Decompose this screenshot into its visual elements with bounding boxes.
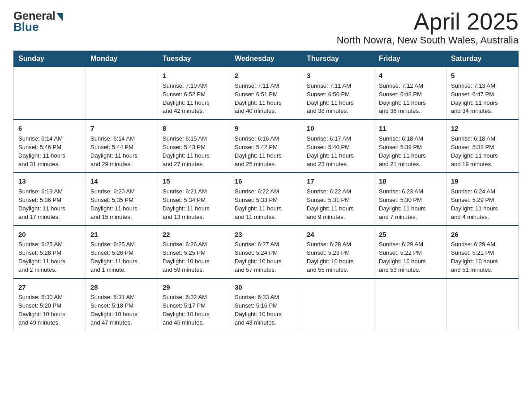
calendar-cell: 26Sunrise: 6:29 AMSunset: 5:21 PMDayligh… bbox=[446, 226, 519, 278]
day-info: Sunrise: 6:25 AMSunset: 5:26 PMDaylight:… bbox=[90, 240, 153, 274]
day-number: 9 bbox=[235, 124, 297, 133]
calendar-cell: 18Sunrise: 6:23 AMSunset: 5:30 PMDayligh… bbox=[374, 172, 446, 225]
header-saturday: Saturday bbox=[446, 51, 519, 67]
day-number: 2 bbox=[235, 71, 297, 81]
calendar-cell: 6Sunrise: 6:14 AMSunset: 5:46 PMDaylight… bbox=[14, 120, 86, 172]
header-thursday: Thursday bbox=[302, 51, 374, 67]
calendar-cell: 2Sunrise: 7:11 AMSunset: 6:51 PMDaylight… bbox=[230, 67, 302, 120]
day-info: Sunrise: 6:29 AMSunset: 5:21 PMDaylight:… bbox=[451, 240, 514, 274]
day-info: Sunrise: 7:13 AMSunset: 6:47 PMDaylight:… bbox=[451, 82, 514, 116]
calendar-cell: 25Sunrise: 6:29 AMSunset: 5:22 PMDayligh… bbox=[374, 226, 446, 278]
calendar-cell: 1Sunrise: 7:10 AMSunset: 6:52 PMDaylight… bbox=[158, 67, 230, 120]
day-number: 4 bbox=[379, 71, 442, 81]
day-number: 25 bbox=[379, 230, 442, 240]
day-info: Sunrise: 6:19 AMSunset: 5:36 PMDaylight:… bbox=[18, 188, 81, 221]
day-number: 26 bbox=[451, 230, 514, 240]
calendar-cell bbox=[446, 278, 519, 331]
day-number: 12 bbox=[451, 124, 514, 133]
day-info: Sunrise: 6:20 AMSunset: 5:35 PMDaylight:… bbox=[90, 188, 153, 221]
day-info: Sunrise: 7:11 AMSunset: 6:50 PMDaylight:… bbox=[307, 82, 369, 116]
calendar-cell: 21Sunrise: 6:25 AMSunset: 5:26 PMDayligh… bbox=[86, 226, 158, 278]
calendar-cell bbox=[86, 67, 158, 120]
day-number: 21 bbox=[90, 230, 153, 240]
calendar-cell: 3Sunrise: 7:11 AMSunset: 6:50 PMDaylight… bbox=[302, 67, 374, 120]
month-title: April 2025 bbox=[337, 9, 519, 34]
day-info: Sunrise: 7:10 AMSunset: 6:52 PMDaylight:… bbox=[163, 82, 225, 116]
day-info: Sunrise: 7:12 AMSunset: 6:48 PMDaylight:… bbox=[379, 82, 442, 116]
day-info: Sunrise: 6:21 AMSunset: 5:34 PMDaylight:… bbox=[163, 188, 225, 221]
logo: General Blue bbox=[13, 9, 63, 34]
day-number: 13 bbox=[18, 176, 81, 186]
day-number: 5 bbox=[451, 71, 514, 81]
header-tuesday: Tuesday bbox=[158, 51, 230, 67]
day-number: 29 bbox=[163, 283, 225, 292]
day-number: 15 bbox=[163, 176, 225, 186]
day-info: Sunrise: 6:17 AMSunset: 5:40 PMDaylight:… bbox=[307, 135, 369, 168]
day-number: 10 bbox=[307, 124, 369, 133]
calendar-cell: 19Sunrise: 6:24 AMSunset: 5:29 PMDayligh… bbox=[446, 172, 519, 225]
header-friday: Friday bbox=[374, 51, 446, 67]
calendar-cell: 14Sunrise: 6:20 AMSunset: 5:35 PMDayligh… bbox=[86, 172, 158, 225]
day-number: 6 bbox=[18, 124, 81, 133]
calendar-cell bbox=[302, 278, 374, 331]
day-info: Sunrise: 6:18 AMSunset: 5:38 PMDaylight:… bbox=[451, 135, 514, 168]
week-row-3: 13Sunrise: 6:19 AMSunset: 5:36 PMDayligh… bbox=[14, 172, 519, 225]
calendar-cell: 30Sunrise: 6:33 AMSunset: 5:16 PMDayligh… bbox=[230, 278, 302, 331]
day-number: 11 bbox=[379, 124, 442, 133]
location-title: North Nowra, New South Wales, Australia bbox=[337, 34, 519, 46]
week-row-2: 6Sunrise: 6:14 AMSunset: 5:46 PMDaylight… bbox=[14, 120, 519, 172]
week-row-5: 27Sunrise: 6:30 AMSunset: 5:20 PMDayligh… bbox=[14, 278, 519, 331]
day-info: Sunrise: 6:16 AMSunset: 5:42 PMDaylight:… bbox=[235, 135, 297, 168]
day-info: Sunrise: 6:22 AMSunset: 5:33 PMDaylight:… bbox=[235, 188, 297, 221]
day-number: 30 bbox=[235, 283, 297, 292]
header-wednesday: Wednesday bbox=[230, 51, 302, 67]
header-monday: Monday bbox=[86, 51, 158, 67]
calendar-header-row: Sunday Monday Tuesday Wednesday Thursday… bbox=[14, 51, 519, 67]
calendar-table: Sunday Monday Tuesday Wednesday Thursday… bbox=[13, 51, 519, 331]
calendar-cell: 9Sunrise: 6:16 AMSunset: 5:42 PMDaylight… bbox=[230, 120, 302, 172]
logo-blue-text: Blue bbox=[13, 20, 39, 34]
calendar-cell: 12Sunrise: 6:18 AMSunset: 5:38 PMDayligh… bbox=[446, 120, 519, 172]
day-number: 19 bbox=[451, 176, 514, 186]
calendar-cell: 5Sunrise: 7:13 AMSunset: 6:47 PMDaylight… bbox=[446, 67, 519, 120]
day-number: 22 bbox=[163, 230, 225, 240]
week-row-4: 20Sunrise: 6:25 AMSunset: 5:28 PMDayligh… bbox=[14, 226, 519, 278]
day-info: Sunrise: 6:26 AMSunset: 5:25 PMDaylight:… bbox=[163, 240, 225, 274]
calendar-cell: 15Sunrise: 6:21 AMSunset: 5:34 PMDayligh… bbox=[158, 172, 230, 225]
calendar-cell bbox=[14, 67, 86, 120]
day-info: Sunrise: 6:31 AMSunset: 5:18 PMDaylight:… bbox=[90, 293, 153, 327]
calendar-cell: 7Sunrise: 6:14 AMSunset: 5:44 PMDaylight… bbox=[86, 120, 158, 172]
calendar-cell: 28Sunrise: 6:31 AMSunset: 5:18 PMDayligh… bbox=[86, 278, 158, 331]
day-info: Sunrise: 6:29 AMSunset: 5:22 PMDaylight:… bbox=[379, 240, 442, 274]
calendar-cell: 24Sunrise: 6:28 AMSunset: 5:23 PMDayligh… bbox=[302, 226, 374, 278]
day-info: Sunrise: 6:32 AMSunset: 5:17 PMDaylight:… bbox=[163, 293, 225, 327]
calendar-cell: 10Sunrise: 6:17 AMSunset: 5:40 PMDayligh… bbox=[302, 120, 374, 172]
page-header: General Blue April 2025 North Nowra, New… bbox=[13, 9, 519, 46]
calendar-cell bbox=[374, 278, 446, 331]
week-row-1: 1Sunrise: 7:10 AMSunset: 6:52 PMDaylight… bbox=[14, 67, 519, 120]
day-number: 1 bbox=[163, 71, 225, 81]
day-info: Sunrise: 6:25 AMSunset: 5:28 PMDaylight:… bbox=[18, 240, 81, 274]
calendar-cell: 8Sunrise: 6:15 AMSunset: 5:43 PMDaylight… bbox=[158, 120, 230, 172]
day-info: Sunrise: 6:30 AMSunset: 5:20 PMDaylight:… bbox=[18, 293, 81, 327]
calendar-cell: 13Sunrise: 6:19 AMSunset: 5:36 PMDayligh… bbox=[14, 172, 86, 225]
calendar-cell: 11Sunrise: 6:18 AMSunset: 5:39 PMDayligh… bbox=[374, 120, 446, 172]
day-info: Sunrise: 6:24 AMSunset: 5:29 PMDaylight:… bbox=[451, 188, 514, 221]
title-section: April 2025 North Nowra, New South Wales,… bbox=[337, 9, 519, 46]
day-info: Sunrise: 6:15 AMSunset: 5:43 PMDaylight:… bbox=[163, 135, 225, 168]
calendar-cell: 20Sunrise: 6:25 AMSunset: 5:28 PMDayligh… bbox=[14, 226, 86, 278]
day-info: Sunrise: 6:18 AMSunset: 5:39 PMDaylight:… bbox=[379, 135, 442, 168]
day-number: 8 bbox=[163, 124, 225, 133]
day-info: Sunrise: 6:14 AMSunset: 5:44 PMDaylight:… bbox=[90, 135, 153, 168]
day-info: Sunrise: 6:27 AMSunset: 5:24 PMDaylight:… bbox=[235, 240, 297, 274]
day-number: 18 bbox=[379, 176, 442, 186]
day-number: 28 bbox=[90, 283, 153, 292]
day-info: Sunrise: 6:14 AMSunset: 5:46 PMDaylight:… bbox=[18, 135, 81, 168]
calendar-cell: 23Sunrise: 6:27 AMSunset: 5:24 PMDayligh… bbox=[230, 226, 302, 278]
day-number: 3 bbox=[307, 71, 369, 81]
day-info: Sunrise: 6:22 AMSunset: 5:31 PMDaylight:… bbox=[307, 188, 369, 221]
day-info: Sunrise: 7:11 AMSunset: 6:51 PMDaylight:… bbox=[235, 82, 297, 116]
day-number: 24 bbox=[307, 230, 369, 240]
calendar-cell: 27Sunrise: 6:30 AMSunset: 5:20 PMDayligh… bbox=[14, 278, 86, 331]
day-number: 20 bbox=[18, 230, 81, 240]
